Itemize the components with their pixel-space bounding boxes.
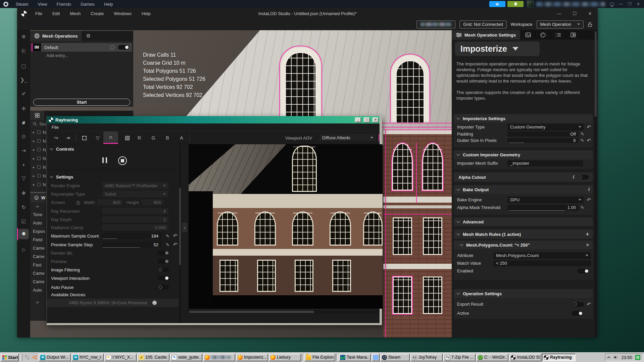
visibility-checkbox[interactable]	[37, 148, 41, 151]
workspace-dropdown[interactable]: Mesh Operation	[537, 20, 584, 29]
device-row[interactable]: AMD Ryzen 9 3950X 16-Core Processor	[47, 299, 179, 307]
channel-a-button[interactable]: A	[178, 134, 185, 142]
tab-mesh-operations[interactable]: Mesh Operations	[30, 31, 82, 41]
remove-rule-icon[interactable]: ×	[582, 242, 593, 248]
pane-collapse-handle[interactable]: ‹	[182, 223, 187, 232]
imposter-suffix-input[interactable]: _imposter	[507, 160, 583, 166]
light-tool-icon[interactable]: ✺	[17, 231, 30, 237]
transform-tool-icon[interactable]: ✥	[17, 190, 30, 196]
tab-scene[interactable]	[30, 111, 44, 120]
steam-menu-steam[interactable]: Steam	[11, 2, 33, 7]
padding-input[interactable]: Off	[507, 132, 579, 137]
ray-recursion-input[interactable]: 4	[102, 208, 168, 214]
tab-palette-view[interactable]	[535, 30, 550, 40]
big-picture-icon[interactable]	[610, 3, 614, 6]
steam-notifications-button[interactable]	[507, 1, 524, 7]
expand-icon[interactable]: ▸	[33, 148, 35, 152]
filter-tool-icon[interactable]: ▽	[17, 175, 30, 181]
taskbar-button[interactable]: File Explorer	[304, 354, 335, 361]
scrollbar-thumb[interactable]	[179, 188, 181, 265]
render-continuous-icon[interactable]: ↠	[64, 134, 72, 142]
stop-button[interactable]	[118, 156, 127, 165]
taskbar-button[interactable]: ✎I:\NYC_X...	[104, 354, 137, 361]
render-engine-dropdown[interactable]: AMD Radeon™ ProRender	[102, 182, 168, 189]
channel-r-button[interactable]: R	[136, 134, 143, 142]
tab-mesh-operation-settings[interactable]: Mesh Operation Settings	[452, 30, 520, 40]
tray-clock[interactable]: 23:50	[621, 355, 632, 360]
reset-icon[interactable]: ↶	[173, 233, 178, 239]
raytracing-titlebar[interactable]: Raytracing _ □ ✕	[47, 116, 380, 123]
channel-b-button[interactable]: B	[164, 134, 171, 142]
expand-icon[interactable]: ▸	[33, 130, 35, 135]
expand-icon[interactable]: ▸	[33, 139, 35, 143]
expand-icon[interactable]: ▸	[33, 156, 35, 161]
raysampler-dropdown[interactable]: Sobol	[102, 191, 168, 197]
taskbar-button-raytracing-active[interactable]: Raytracing	[542, 354, 576, 361]
steam-menu-friends[interactable]: Friends	[52, 2, 76, 7]
fit-view-icon[interactable]	[80, 134, 89, 142]
section-header[interactable]: Custom Imposter Geometry	[454, 150, 593, 159]
steam-minimize-button[interactable]: —	[616, 2, 625, 6]
rt-maximize-button[interactable]: □	[364, 117, 370, 122]
taskbar-button[interactable]: InstaLOD St...	[509, 354, 541, 361]
volume-icon[interactable]	[613, 355, 618, 359]
steam-user-avatar[interactable]	[527, 1, 534, 7]
settings-section-header[interactable]: Settings	[47, 173, 181, 180]
alpha-mask-input[interactable]: 1.00	[507, 205, 579, 211]
entry-radio[interactable]	[110, 45, 114, 50]
inspect-tool-icon[interactable]: ⊙	[17, 134, 30, 140]
viewport-interaction-toggle[interactable]	[158, 276, 169, 280]
operation-entry-row[interactable]: IM Default	[32, 43, 132, 52]
tab-material-view[interactable]	[520, 30, 535, 40]
steam-menu-help[interactable]: Help	[99, 2, 118, 7]
quicklaunch-handle[interactable]	[20, 354, 22, 361]
steam-close-button[interactable]: ✕	[634, 2, 643, 6]
refresh-tool-icon[interactable]: ↻	[17, 204, 30, 210]
taskbar-button[interactable]: ✎wide_gutte...	[170, 354, 202, 361]
visibility-checkbox[interactable]	[37, 157, 41, 160]
visibility-checkbox[interactable]	[37, 165, 41, 169]
export-tool-icon[interactable]: ⇥	[17, 148, 30, 154]
imposter-type-dropdown[interactable]: Custom Geometry	[507, 124, 584, 131]
app-maximize-button[interactable]: ☐	[567, 11, 582, 16]
info-icon[interactable]: i	[585, 187, 593, 192]
settings-scrollbar[interactable]	[179, 144, 181, 323]
account-button-redacted[interactable]	[416, 20, 455, 29]
start-button[interactable]: Start	[1, 354, 19, 361]
radiance-clamp-input[interactable]: 0.000	[102, 224, 168, 230]
channel-g-button[interactable]: G	[150, 134, 157, 142]
reset-icon[interactable]: ↶	[587, 197, 591, 203]
operation-type-dropdown[interactable]: Imposterize	[455, 42, 540, 56]
focus-tool-icon[interactable]: ⊕	[17, 34, 30, 40]
rule-header[interactable]: Mesh.Polygons.Count: "< 250" ×	[454, 241, 593, 249]
grid-tool-icon[interactable]: #	[17, 120, 30, 125]
max-sample-count-input[interactable]: 184	[102, 233, 161, 239]
rt-menu-file[interactable]: File	[47, 125, 59, 130]
menu-help[interactable]: Help	[137, 11, 156, 16]
gutter-size-input[interactable]: 8	[507, 138, 579, 143]
ray-depth-input[interactable]: 2	[102, 216, 168, 222]
edit-icon[interactable]: ✎	[166, 242, 169, 247]
expand-icon[interactable]: ▸	[33, 174, 35, 178]
pin-tool-icon[interactable]: ⚐	[17, 247, 30, 253]
layout-tool-icon[interactable]: ▢	[17, 63, 30, 69]
clipboard-tool-icon[interactable]: ⎗	[17, 48, 30, 54]
add-rule-icon[interactable]: +	[582, 231, 593, 237]
unlock-icon[interactable]	[588, 22, 592, 27]
taskbar-button[interactable]: MOutput Wi...	[39, 354, 71, 361]
scrollbar-thumb[interactable]	[595, 31, 597, 117]
menu-mesh[interactable]: Mesh	[65, 11, 86, 16]
tab-layout-view[interactable]	[565, 30, 581, 40]
alpha-cutout-toggle[interactable]	[578, 175, 589, 179]
match-value-input[interactable]: < 250	[493, 260, 591, 266]
quicklaunch-share-icon[interactable]	[31, 354, 38, 361]
reset-icon[interactable]: ↶	[173, 242, 178, 248]
menu-edit[interactable]: Edit	[47, 11, 65, 16]
tab-ordered-list-view[interactable]: 12	[550, 30, 565, 40]
tab-operation-settings-gear[interactable]: ⚙	[82, 31, 95, 41]
controls-section-header[interactable]: Controls	[47, 145, 181, 153]
taskbar-button[interactable]	[203, 354, 235, 361]
console-tool-icon[interactable]: ❯_	[17, 77, 30, 83]
taskbar-button[interactable]: JoyToKey	[410, 354, 443, 361]
rt-close-button[interactable]: ✕	[373, 117, 379, 122]
